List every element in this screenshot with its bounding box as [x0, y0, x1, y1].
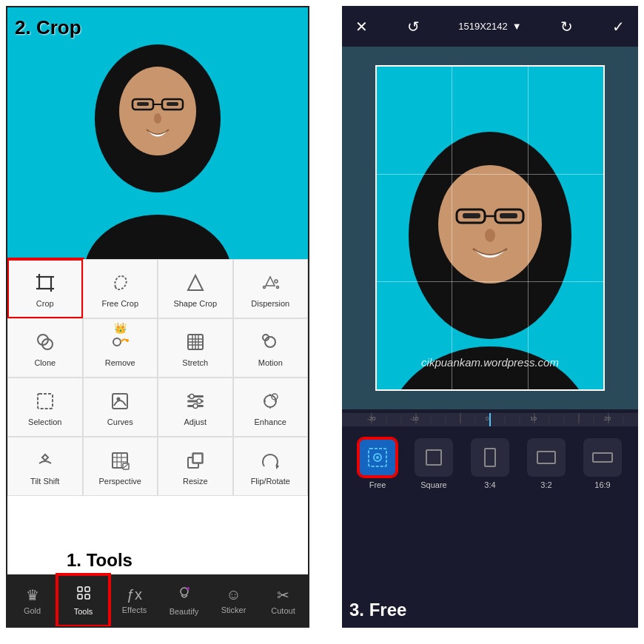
cutout-icon: ✂	[277, 586, 289, 604]
enhance-label: Enhance	[255, 417, 286, 426]
tool-flip-rotate[interactable]: Flip/Rotate	[233, 437, 309, 496]
tool-remove[interactable]: 👑 Remove	[83, 318, 158, 378]
crop-label: Crop	[36, 299, 54, 308]
step-free-container: 3. Free	[349, 600, 406, 620]
svg-rect-4	[167, 102, 178, 106]
sticker-icon: ☺	[226, 586, 241, 603]
nav-cutout[interactable]: ✂ Cutout	[258, 574, 308, 626]
tool-dispersion[interactable]: Dispersion	[233, 259, 309, 318]
left-panel: 2. Crop	[6, 6, 309, 628]
crop-option-square[interactable]: Square	[412, 438, 456, 489]
crop-option-free[interactable]: Free	[355, 438, 400, 489]
crop-option-3-2[interactable]: 3:2	[524, 438, 568, 489]
crop-icon	[32, 269, 58, 296]
enhance-icon	[257, 388, 284, 415]
curves-icon	[107, 388, 133, 415]
nav-effects[interactable]: ƒx Effects	[110, 574, 159, 626]
svg-point-69	[485, 229, 495, 242]
perspective-label: Perspective	[99, 477, 141, 486]
svg-rect-56	[78, 594, 82, 599]
crop-option-3-4[interactable]: 3:4	[468, 438, 512, 489]
crop-option-16-9[interactable]: 16:9	[580, 438, 625, 489]
svg-point-0	[84, 215, 232, 259]
effects-icon: ƒx	[127, 586, 142, 603]
resolution-value: 1519X2142	[458, 21, 508, 32]
nav-tools-label: Tools	[74, 607, 93, 616]
resize-label: Resize	[183, 477, 208, 486]
stretch-label: Stretch	[182, 358, 208, 367]
main-container: 2. Crop	[0, 0, 644, 644]
tool-resize[interactable]: Resize	[158, 437, 233, 496]
adjust-label: Adjust	[184, 417, 207, 426]
nav-beautify[interactable]: Beautify	[159, 574, 209, 626]
svg-point-63	[438, 165, 542, 284]
nav-cutout-label: Cutout	[271, 606, 295, 615]
tool-motion[interactable]: Motion	[233, 318, 309, 378]
motion-label: Motion	[258, 358, 283, 367]
selection-icon	[32, 388, 58, 415]
resize-icon	[182, 447, 209, 474]
3-4-option-icon	[471, 438, 509, 477]
tool-clone[interactable]: Clone	[7, 318, 83, 378]
free-crop-label: Free Crop	[101, 299, 138, 308]
svg-rect-32	[38, 394, 53, 409]
svg-rect-96	[426, 450, 441, 465]
step-crop-label: 2. Crop	[15, 16, 81, 39]
dropdown-arrow-icon[interactable]: ▼	[512, 21, 522, 32]
svg-point-59	[187, 587, 189, 590]
step-free-label: 3. Free	[349, 600, 406, 620]
svg-rect-55	[85, 587, 90, 591]
square-option-icon	[415, 438, 453, 477]
tool-enhance[interactable]: Enhance	[233, 378, 309, 437]
svg-point-17	[264, 286, 266, 289]
16-9-option-label: 16:9	[594, 480, 610, 489]
tool-curves[interactable]: Curves	[83, 378, 158, 437]
undo-button[interactable]: ↺	[407, 18, 420, 36]
nav-sticker[interactable]: ☺ Sticker	[209, 574, 258, 626]
svg-point-16	[275, 280, 278, 283]
resolution-title: 1519X2142 ▼	[458, 21, 521, 32]
redo-button[interactable]: ↻	[560, 18, 573, 36]
right-panel: ✕ ↺ 1519X2142 ▼ ↻ ✓	[342, 6, 638, 628]
clone-icon	[32, 329, 58, 355]
svg-point-30	[265, 337, 275, 347]
crown-icon: 👑	[114, 322, 127, 334]
svg-point-21	[113, 338, 121, 346]
3-2-option-icon	[527, 438, 566, 477]
svg-point-34	[117, 398, 121, 401]
tool-adjust[interactable]: Adjust	[158, 378, 233, 437]
tool-crop[interactable]: Crop	[7, 259, 83, 318]
svg-rect-57	[85, 594, 90, 599]
svg-rect-97	[485, 449, 495, 466]
svg-point-38	[189, 395, 194, 399]
svg-rect-65	[500, 213, 517, 218]
tool-selection[interactable]: Selection	[7, 378, 83, 437]
nav-beautify-label: Beautify	[170, 607, 199, 616]
tool-perspective[interactable]: Perspective	[83, 437, 158, 496]
crop-photo-inner: cikpuankam.wordpress.com	[375, 65, 605, 391]
nav-effects-label: Effects	[122, 606, 147, 614]
svg-rect-54	[78, 587, 82, 591]
crop-person-photo	[375, 65, 605, 391]
right-top-bar: ✕ ↺ 1519X2142 ▼ ↻ ✓	[342, 6, 638, 47]
ruler-ticks: -20 -10 0 10 20	[342, 413, 638, 426]
nav-tools[interactable]: Tools	[57, 574, 110, 626]
svg-rect-99	[593, 453, 612, 462]
curves-label: Curves	[107, 417, 133, 426]
beautify-icon	[176, 585, 192, 605]
close-button[interactable]: ✕	[355, 18, 368, 36]
free-option-label: Free	[369, 480, 386, 489]
tool-shape-crop[interactable]: Shape Crop	[158, 259, 233, 318]
nav-gold[interactable]: ♛ Gold	[7, 574, 57, 626]
selection-label: Selection	[28, 417, 61, 426]
svg-point-41	[264, 395, 276, 407]
ruler-track[interactable]: -20 -10 0 10 20	[342, 413, 638, 426]
tool-stretch[interactable]: Stretch	[158, 318, 233, 378]
svg-text:10: 10	[530, 415, 537, 422]
watermark-text: cikpuankam.wordpress.com	[375, 356, 605, 369]
svg-text:0: 0	[486, 415, 489, 422]
confirm-button[interactable]: ✓	[612, 18, 625, 36]
tool-free-crop[interactable]: Free Crop	[83, 259, 158, 318]
tool-tilt-shift[interactable]: Tilt Shift	[7, 437, 83, 496]
svg-text:20: 20	[604, 415, 611, 422]
